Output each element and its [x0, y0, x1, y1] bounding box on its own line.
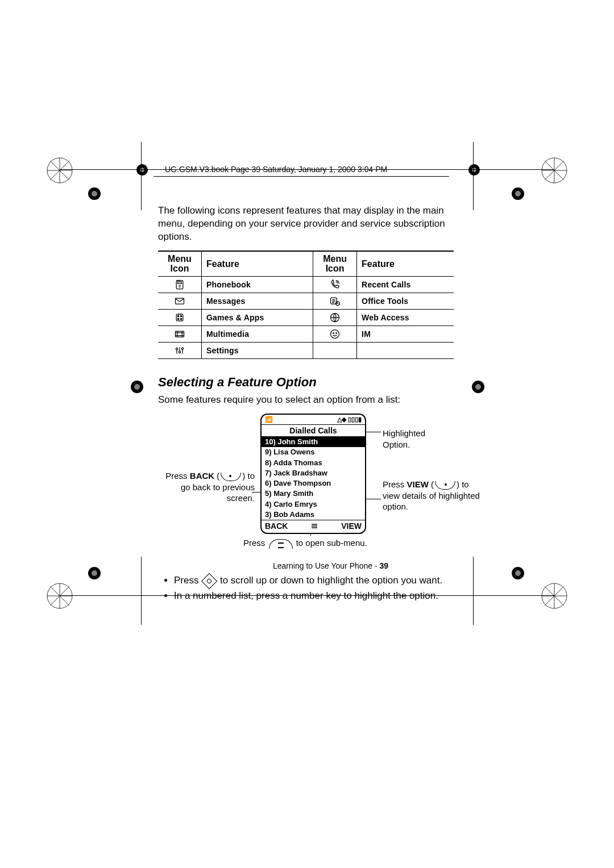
svg-point-40: [179, 351, 180, 353]
list-item: 3) Bob Adams: [262, 510, 365, 520]
messages-icon: [173, 296, 186, 305]
page-footer: Learning to Use Your Phone - 39: [273, 561, 388, 570]
reg-dot: [512, 567, 524, 579]
svg-point-41: [181, 348, 183, 349]
svg-rect-35: [176, 331, 184, 337]
th-menu-icon-r2: Icon: [326, 264, 345, 273]
list-item: 7) Jack Bradshaw: [262, 468, 365, 478]
right-softkey-icon: [435, 481, 455, 490]
reg-dot: [472, 381, 484, 393]
svg-rect-26: [176, 298, 184, 304]
bullet-item: Press to scroll up or down to highlight …: [174, 575, 454, 587]
section-title: Selecting a Feature Option: [158, 375, 454, 390]
phone-figure: 📶 △◈ ▯▯▯▮ Dialled Calls 10) John Smith 9…: [158, 414, 454, 561]
reg-mark: [47, 583, 73, 609]
multimedia-icon: [173, 329, 186, 338]
reg-dot: [131, 381, 143, 393]
svg-point-31: [180, 315, 182, 317]
status-signal-icon: 📶: [265, 416, 273, 423]
games-apps-label: Games & Apps: [206, 313, 264, 322]
page-header: UG.GSM.V3.book Page 39 Saturday, January…: [165, 165, 387, 174]
web-access-label: Web Access: [362, 313, 409, 322]
th-menu-icon-r1: Menu: [323, 254, 347, 264]
svg-rect-29: [176, 314, 183, 321]
reg-mark: [541, 583, 567, 609]
reg-dot: [134, 162, 150, 178]
crop-line: [141, 557, 142, 625]
svg-point-33: [180, 318, 182, 320]
svg-point-38: [336, 333, 337, 334]
games-apps-icon: [173, 312, 186, 322]
phonebook-icon: [173, 279, 186, 289]
recent-calls-label: Recent Calls: [362, 280, 410, 289]
phonebook-label: Phonebook: [206, 280, 251, 289]
svg-point-30: [177, 315, 179, 317]
settings-icon: [173, 345, 186, 354]
menu-icons-table: MenuIcon Feature MenuIcon Feature Phoneb…: [158, 251, 454, 359]
list-item: 10) John Smith: [262, 437, 365, 447]
callout-view: Press VIEW () to view details of highlig…: [383, 479, 482, 512]
reg-dot: [466, 162, 482, 178]
recent-calls-icon: [329, 279, 341, 289]
reg-dot: [88, 567, 101, 579]
th-feature-left: Feature: [202, 251, 313, 277]
list-item: 4) Carlo Emrys: [262, 499, 365, 510]
list-item: 5) Mary Smith: [262, 489, 365, 499]
crop-line: [141, 142, 142, 210]
phone-screen-title: Dialled Calls: [262, 425, 365, 437]
web-access-icon: [329, 312, 341, 322]
svg-point-36: [331, 330, 339, 339]
office-tools-icon: [329, 296, 341, 305]
th-menu-icon-l2: Icon: [171, 264, 189, 273]
svg-point-39: [176, 348, 177, 350]
reg-dot: [88, 187, 101, 200]
header-divider: [154, 176, 449, 177]
svg-point-32: [177, 318, 179, 320]
callout-submenu: Press to open sub-menu.: [243, 537, 403, 549]
section-intro: Some features require you to select an o…: [158, 394, 454, 406]
reg-mark: [541, 157, 567, 183]
svg-rect-25: [178, 282, 182, 283]
bullet-item: In a numbered list, press a number key t…: [174, 590, 454, 602]
messages-label: Messages: [206, 297, 246, 306]
list-item: 6) Dave Thompson: [262, 478, 365, 489]
list-item: 8) Adda Thomas: [262, 458, 365, 468]
softkey-view: VIEW: [341, 521, 362, 531]
crop-line: [473, 142, 474, 210]
im-label: IM: [362, 329, 371, 339]
left-softkey-icon: [221, 473, 241, 481]
reg-mark: [47, 157, 73, 183]
phone-screen: 📶 △◈ ▯▯▯▮ Dialled Calls 10) John Smith 9…: [260, 414, 366, 534]
svg-point-37: [333, 333, 334, 334]
softkey-menu-icon: [310, 521, 318, 531]
crop-line: [473, 557, 474, 625]
menu-key-icon: [269, 539, 293, 549]
nav-key-icon: [201, 573, 217, 589]
office-tools-label: Office Tools: [362, 297, 408, 306]
softkey-back: BACK: [265, 521, 288, 531]
intro-paragraph: The following icons represent features t…: [158, 205, 454, 244]
callout-back: Press BACK () to go back to previous scr…: [155, 470, 255, 504]
reg-dot: [512, 187, 524, 200]
settings-label: Settings: [206, 346, 239, 355]
multimedia-label: Multimedia: [206, 329, 249, 339]
status-battery-icon: △◈ ▯▯▯▮: [337, 416, 362, 423]
callout-highlighted: Highlighted Option.: [383, 428, 454, 450]
th-menu-icon-l1: Menu: [168, 254, 192, 264]
im-icon: [329, 329, 341, 338]
th-feature-right: Feature: [357, 251, 454, 277]
list-item: 9) Lisa Owens: [262, 447, 365, 457]
instruction-list: Press to scroll up or down to highlight …: [158, 575, 454, 602]
